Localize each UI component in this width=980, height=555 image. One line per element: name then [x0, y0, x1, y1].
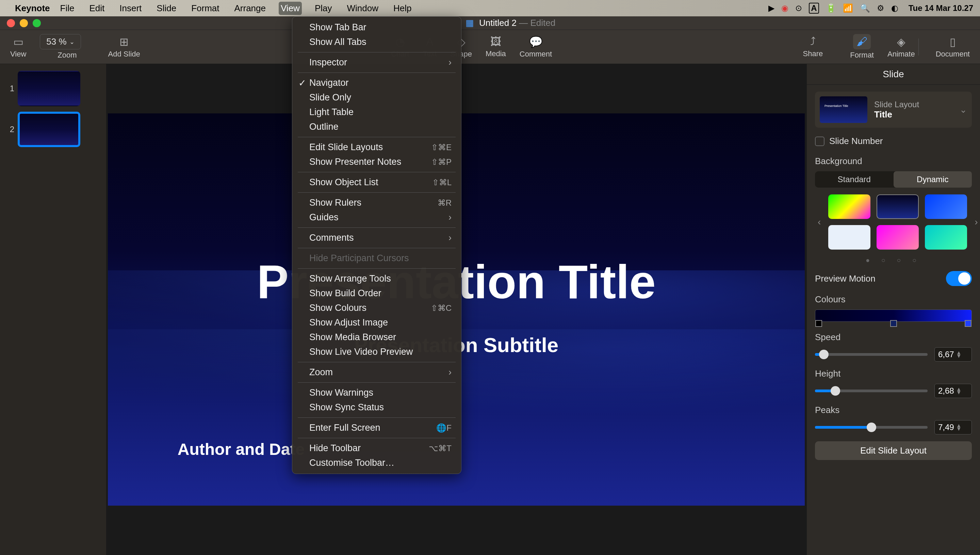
- peaks-field[interactable]: 7,49 ▲▼: [934, 420, 972, 435]
- swatch-rainbow[interactable]: [828, 194, 870, 219]
- menu-item-show-colours[interactable]: Show Colours⇧⌘C: [292, 301, 461, 315]
- slide-navigator[interactable]: 1 2: [0, 64, 106, 555]
- menu-play[interactable]: Play: [313, 2, 334, 15]
- background-label: Background: [815, 156, 972, 167]
- control-center-icon[interactable]: ⚙: [877, 3, 884, 13]
- seg-standard[interactable]: Standard: [815, 171, 894, 188]
- menu-item-customise-toolbar-[interactable]: Customise Toolbar…: [292, 456, 461, 470]
- slide-thumb-2[interactable]: 2: [4, 112, 102, 147]
- menu-item-show-all-tabs[interactable]: Show All Tabs: [292, 35, 461, 50]
- menu-format[interactable]: Format: [189, 2, 221, 15]
- peaks-slider[interactable]: [815, 426, 927, 429]
- preview-motion-toggle[interactable]: [946, 271, 972, 286]
- speed-slider[interactable]: [815, 353, 927, 356]
- comment-button[interactable]: 💬 Comment: [520, 35, 552, 59]
- close-button[interactable]: [7, 19, 15, 27]
- share-button[interactable]: ⤴ Share: [803, 35, 823, 58]
- seg-dynamic[interactable]: Dynamic: [894, 171, 972, 188]
- swatch-prev-button[interactable]: ‹: [815, 214, 823, 230]
- wifi-icon[interactable]: 📶: [843, 3, 853, 13]
- shortcut-label: ⇧⌘L: [432, 178, 452, 187]
- search-icon[interactable]: 🔍: [860, 3, 870, 13]
- page-dots[interactable]: ● ○ ○ ○: [815, 257, 972, 264]
- menu-item-label: Hide Participant Cursors: [309, 253, 409, 263]
- slide-thumb-1[interactable]: 1: [4, 71, 102, 106]
- menu-item-slide-only[interactable]: Slide Only: [292, 90, 461, 105]
- menu-view[interactable]: View: [279, 2, 302, 15]
- menu-item-inspector[interactable]: Inspector›: [292, 55, 461, 70]
- menu-arrange[interactable]: Arrange: [232, 2, 268, 15]
- clock[interactable]: Tue 14 Mar 10.27: [908, 3, 973, 13]
- height-field[interactable]: 2,68 ▲▼: [934, 384, 972, 398]
- add-slide-button[interactable]: ⊞ Add Slide: [108, 35, 140, 59]
- menu-slide[interactable]: Slide: [155, 2, 178, 15]
- gradient-stop[interactable]: [965, 320, 972, 327]
- media-button[interactable]: 🖼 Media: [486, 35, 506, 58]
- siri-icon[interactable]: ◐: [891, 3, 898, 13]
- speed-field[interactable]: 6,67 ▲▼: [934, 347, 972, 362]
- menu-window[interactable]: Window: [345, 2, 380, 15]
- menu-item-show-presenter-notes[interactable]: Show Presenter Notes⇧⌘P: [292, 155, 461, 169]
- menu-item-navigator[interactable]: ✓Navigator: [292, 75, 461, 90]
- menu-item-show-rulers[interactable]: Show Rulers⌘R: [292, 196, 461, 210]
- play-icon[interactable]: ⊙: [795, 3, 802, 13]
- minimize-button[interactable]: [20, 19, 28, 27]
- edit-slide-layout-button[interactable]: Edit Slide Layout: [815, 441, 972, 460]
- record-icon[interactable]: ◉: [781, 3, 788, 13]
- document-title[interactable]: ▦ Untitled 2 — Edited: [48, 18, 973, 28]
- swatch-blue[interactable]: [925, 194, 967, 219]
- menu-separator: [298, 417, 456, 418]
- background-mode-segment[interactable]: Standard Dynamic: [815, 171, 972, 188]
- swatch-pink[interactable]: [876, 225, 919, 250]
- menu-item-show-adjust-image[interactable]: Show Adjust Image: [292, 315, 461, 330]
- stepper-icon[interactable]: ▲▼: [956, 424, 962, 431]
- battery-icon[interactable]: 🔋: [826, 3, 836, 13]
- swatch-teal[interactable]: [925, 225, 967, 250]
- menu-item-enter-full-screen[interactable]: Enter Full Screen🌐F: [292, 420, 461, 435]
- menu-insert[interactable]: Insert: [117, 2, 144, 15]
- height-slider[interactable]: [815, 390, 927, 392]
- input-icon[interactable]: A: [809, 3, 819, 14]
- slide-author-text[interactable]: Author and Date: [177, 440, 305, 459]
- menu-item-show-warnings[interactable]: Show Warnings: [292, 385, 461, 400]
- stepper-icon[interactable]: ▲▼: [956, 351, 962, 358]
- app-status-icon[interactable]: ▶: [768, 3, 774, 13]
- app-name[interactable]: Keynote: [15, 3, 50, 14]
- menu-item-show-sync-status[interactable]: Show Sync Status: [292, 400, 461, 415]
- menu-item-light-table[interactable]: Light Table: [292, 105, 461, 120]
- menu-item-show-build-order[interactable]: Show Build Order: [292, 286, 461, 301]
- menu-item-show-arrange-tools[interactable]: Show Arrange Tools: [292, 271, 461, 286]
- animate-tab-button[interactable]: ◈ Animate: [887, 35, 915, 59]
- slide-number-checkbox[interactable]: Slide Number: [815, 136, 972, 146]
- document-tab-button[interactable]: ▯ Document: [936, 35, 970, 59]
- menu-item-outline[interactable]: Outline: [292, 120, 461, 134]
- view-button[interactable]: ▭ View: [10, 35, 26, 59]
- menu-item-show-object-list[interactable]: Show Object List⇧⌘L: [292, 175, 461, 190]
- menu-edit[interactable]: Edit: [87, 2, 107, 15]
- gradient-stop[interactable]: [815, 320, 822, 327]
- menu-help[interactable]: Help: [391, 2, 413, 15]
- menu-item-show-live-video-preview[interactable]: Show Live Video Preview: [292, 345, 461, 359]
- menu-separator: [298, 228, 456, 228]
- maximize-button[interactable]: [33, 19, 41, 27]
- stepper-icon[interactable]: ▲▼: [956, 388, 962, 394]
- slide-layout-selector[interactable]: Slide Layout Title ⌄: [815, 91, 972, 128]
- menu-file[interactable]: File: [58, 2, 77, 15]
- menu-item-comments[interactable]: Comments›: [292, 231, 461, 245]
- swatch-dark-blue-selected[interactable]: [876, 194, 919, 219]
- menu-item-zoom[interactable]: Zoom›: [292, 365, 461, 380]
- zoom-dropdown[interactable]: 53 % ⌄: [40, 34, 81, 50]
- colour-gradient-editor[interactable]: [815, 310, 972, 322]
- menu-item-show-tab-bar[interactable]: Show Tab Bar: [292, 20, 461, 35]
- menu-item-label: Show Live Video Preview: [309, 346, 413, 357]
- menu-item-show-media-browser[interactable]: Show Media Browser: [292, 330, 461, 345]
- menu-item-hide-toolbar[interactable]: Hide Toolbar⌥⌘T: [292, 441, 461, 456]
- menu-item-edit-slide-layouts[interactable]: Edit Slide Layouts⇧⌘E: [292, 140, 461, 155]
- format-tab-button[interactable]: 🖌 Format: [850, 34, 874, 59]
- swatch-light[interactable]: [828, 225, 870, 250]
- zoom-value: 53 %: [46, 37, 66, 47]
- menu-item-guides[interactable]: Guides›: [292, 210, 461, 225]
- swatch-next-button[interactable]: ›: [972, 214, 980, 230]
- shortcut-label: ⇧⌘P: [431, 157, 452, 167]
- gradient-stop[interactable]: [890, 320, 897, 327]
